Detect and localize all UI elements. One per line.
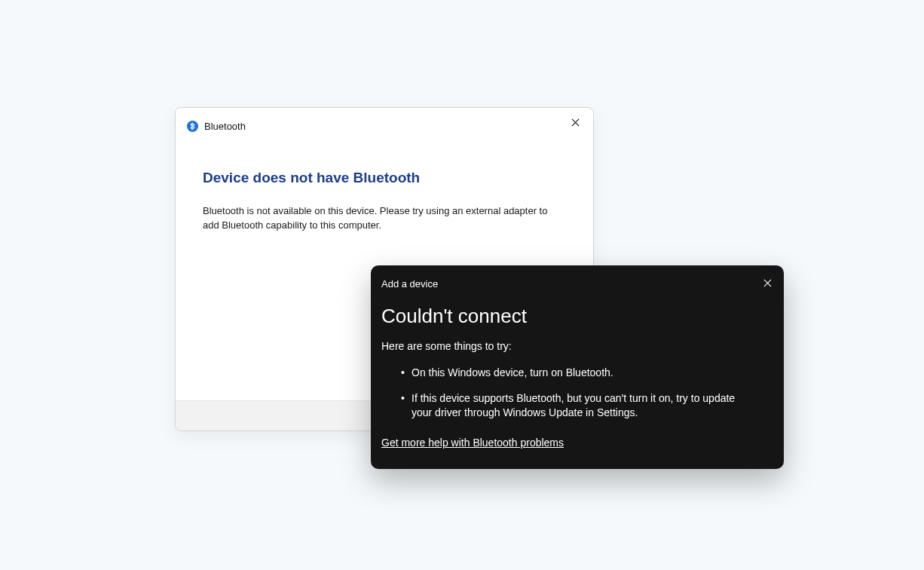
add-device-body: Couldn't connect Here are some things to… bbox=[371, 302, 784, 449]
close-icon bbox=[571, 118, 580, 129]
add-device-title: Add a device bbox=[381, 278, 438, 290]
bluetooth-help-link[interactable]: Get more help with Bluetooth problems bbox=[381, 437, 564, 449]
close-button[interactable] bbox=[564, 112, 586, 133]
bluetooth-heading: Device does not have Bluetooth bbox=[203, 170, 566, 186]
add-device-dialog: Add a device Couldn't connect Here are s… bbox=[371, 265, 784, 469]
add-device-header: Add a device bbox=[371, 265, 784, 302]
bluetooth-description: Bluetooth is not available on this devic… bbox=[203, 204, 566, 233]
close-icon bbox=[763, 278, 772, 290]
add-device-subtitle: Here are some things to try: bbox=[381, 340, 773, 352]
add-device-heading: Couldn't connect bbox=[381, 305, 773, 328]
bluetooth-dialog-body: Device does not have Bluetooth Bluetooth… bbox=[203, 170, 566, 233]
bluetooth-icon bbox=[186, 120, 198, 132]
bluetooth-dialog-title: Bluetooth bbox=[204, 121, 246, 132]
list-item: On this Windows device, turn on Bluetoot… bbox=[412, 366, 773, 381]
close-button[interactable] bbox=[757, 273, 778, 294]
add-device-suggestion-list: On this Windows device, turn on Bluetoot… bbox=[381, 366, 773, 421]
list-item: If this device supports Bluetooth, but y… bbox=[412, 391, 773, 421]
bluetooth-dialog-header: Bluetooth bbox=[186, 120, 246, 132]
